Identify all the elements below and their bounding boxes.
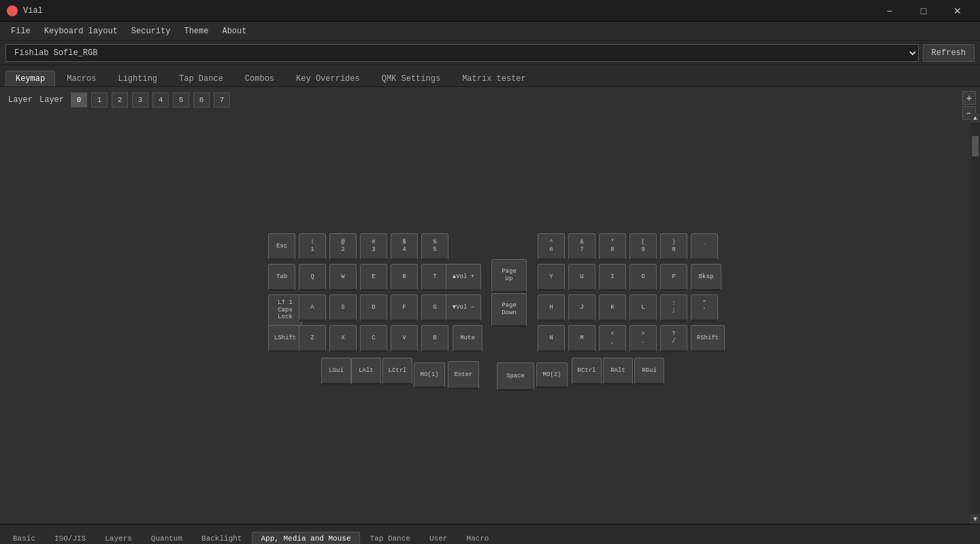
key-9[interactable]: ( 9 [630, 233, 657, 260]
key-I[interactable]: I [599, 264, 626, 291]
close-button[interactable]: ✕ [942, 0, 973, 22]
key-MO1[interactable]: MO(1) [414, 362, 445, 388]
key-PageUp[interactable]: Page Up [491, 259, 527, 293]
key-S[interactable]: S [329, 294, 357, 322]
menu-security[interactable]: Security [125, 24, 178, 39]
key-Space[interactable]: Space [497, 362, 534, 391]
key-B[interactable]: B [421, 325, 448, 352]
key-period[interactable]: > . [630, 325, 657, 352]
key-H[interactable]: H [538, 294, 565, 322]
key-X[interactable]: X [329, 325, 357, 352]
key-J[interactable]: J [568, 294, 595, 322]
layer-btn-6[interactable]: 6 [193, 92, 210, 107]
key-C[interactable]: C [360, 325, 387, 352]
key-RShift[interactable]: RShift [691, 325, 725, 352]
key-4[interactable]: $ 4 [391, 233, 418, 260]
layer-btn-4[interactable]: 4 [152, 92, 169, 107]
scroll-up-button[interactable]: ▲ [970, 113, 980, 122]
key-3[interactable]: # 3 [360, 233, 387, 260]
key-Z[interactable]: Z [299, 325, 326, 352]
key-LShift[interactable]: LShift [268, 325, 302, 352]
key-T[interactable]: T [421, 264, 448, 291]
btab-app-media-and-mouse[interactable]: App, Media and Mouse [252, 532, 359, 544]
btab-layers[interactable]: Layers [96, 532, 141, 544]
key-N[interactable]: N [538, 325, 565, 352]
btab-iso-jis[interactable]: ISO/JIS [46, 532, 95, 544]
menu-theme[interactable]: Theme [177, 24, 215, 39]
key-LT1CapsLock[interactable]: LT 1 Caps Lock [268, 294, 302, 327]
key-2[interactable]: @ 2 [329, 233, 357, 260]
maximize-button[interactable]: □ [908, 0, 939, 22]
key-E[interactable]: E [360, 264, 387, 291]
tab-tap-dance[interactable]: Tap Dance [169, 71, 233, 86]
tab-macros[interactable]: Macros [56, 71, 106, 86]
keyboard-select[interactable]: Fishlab Sofle_RGB [5, 44, 919, 62]
key-VolUp[interactable]: ▲Vol + [446, 264, 481, 291]
btab-user[interactable]: User [421, 532, 456, 544]
key-backtick[interactable]: ` [691, 233, 718, 260]
key-PageDown[interactable]: Page Down [491, 293, 527, 327]
key-D[interactable]: D [360, 294, 387, 322]
key-Bksp[interactable]: Bksp [691, 264, 721, 291]
key-L[interactable]: L [630, 294, 657, 322]
add-layer-button[interactable]: + [962, 91, 976, 105]
key-8[interactable]: * 8 [599, 233, 626, 260]
key-LCtrl[interactable]: LCtrl [382, 358, 412, 385]
key-6[interactable]: ^ 6 [538, 233, 565, 260]
key-RCtrl[interactable]: RCtrl [572, 358, 602, 385]
key-Mute[interactable]: Mute [453, 325, 483, 352]
key-slash[interactable]: ? / [660, 325, 687, 352]
key-F[interactable]: F [391, 294, 418, 322]
tab-matrix-tester[interactable]: Matrix tester [452, 71, 536, 86]
key-MO2[interactable]: MO(2) [536, 362, 568, 388]
key-U[interactable]: U [568, 264, 595, 291]
key-V[interactable]: V [391, 325, 418, 352]
layer-btn-5[interactable]: 5 [173, 92, 189, 107]
btab-macro[interactable]: Macro [457, 532, 497, 544]
btab-basic[interactable]: Basic [4, 532, 44, 544]
menu-keyboard-layout[interactable]: Keyboard layout [37, 24, 125, 39]
key-RGui[interactable]: RGui [634, 358, 664, 385]
refresh-button[interactable]: Refresh [923, 44, 975, 62]
key-RAlt[interactable]: RAlt [603, 358, 633, 385]
key-R[interactable]: R [391, 264, 418, 291]
key-0[interactable]: ) 0 [660, 233, 687, 260]
tab-keymap[interactable]: Keymap [5, 71, 55, 86]
key-Enter[interactable]: Enter [448, 361, 479, 390]
key-LGui[interactable]: LGui [321, 358, 351, 385]
key-W[interactable]: W [329, 264, 357, 291]
key-5[interactable]: % 5 [421, 233, 448, 260]
tab-combos[interactable]: Combos [235, 71, 284, 86]
key-semi[interactable]: : ; [660, 294, 687, 322]
layer-btn-7[interactable]: 7 [214, 92, 230, 107]
key-K[interactable]: K [599, 294, 626, 322]
layer-btn-3[interactable]: 3 [132, 92, 148, 107]
key-Y[interactable]: Y [538, 264, 565, 291]
key-Esc[interactable]: Esc [268, 233, 295, 260]
btab-backlight[interactable]: Backlight [193, 532, 250, 544]
key-Q[interactable]: Q [299, 264, 326, 291]
key-A[interactable]: A [299, 294, 326, 322]
tab-qmk-settings[interactable]: QMK Settings [372, 71, 451, 86]
key-1[interactable]: ! 1 [299, 233, 326, 260]
layer-btn-0[interactable]: 0 [71, 92, 87, 107]
minimize-button[interactable]: − [874, 0, 905, 22]
key-7[interactable]: & 7 [568, 233, 595, 260]
layer-btn-1[interactable]: 1 [91, 92, 108, 107]
layer-btn-2[interactable]: 2 [112, 92, 128, 107]
key-Tab[interactable]: Tab [268, 264, 295, 291]
btab-tap-dance[interactable]: Tap Dance [361, 532, 419, 544]
key-P[interactable]: P [660, 264, 687, 291]
key-M[interactable]: M [568, 325, 595, 352]
tab-lighting[interactable]: Lighting [108, 71, 167, 86]
key-O[interactable]: O [630, 264, 657, 291]
menu-about[interactable]: About [215, 24, 253, 39]
scroll-down-button[interactable]: ▼ [970, 514, 980, 524]
key-LAlt[interactable]: LAlt [351, 358, 381, 385]
key-quote[interactable]: " ' [691, 294, 718, 322]
tab-key-overrides[interactable]: Key Overrides [286, 71, 370, 86]
key-G[interactable]: G [421, 294, 448, 322]
key-comma[interactable]: < , [599, 325, 626, 352]
btab-quantum[interactable]: Quantum [142, 532, 191, 544]
menu-file[interactable]: File [4, 24, 37, 39]
